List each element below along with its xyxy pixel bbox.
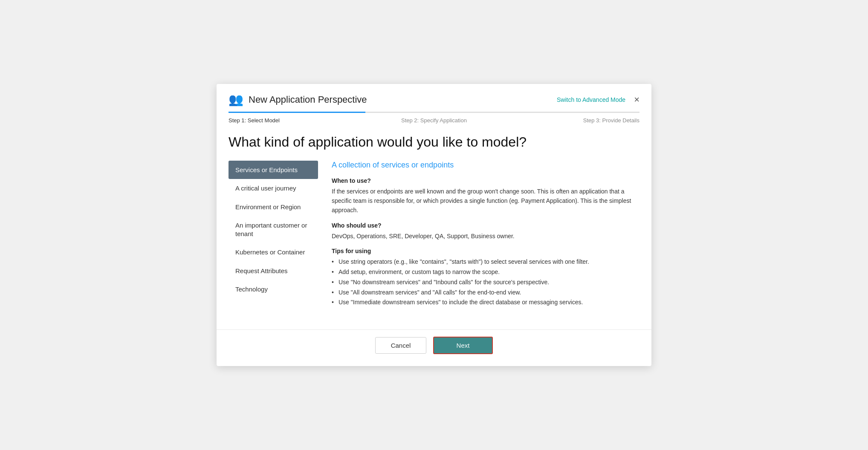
tip-item: Use "Immediate downstream services" to i…: [332, 297, 639, 308]
cancel-button[interactable]: Cancel: [375, 337, 426, 354]
progress-line: [229, 112, 639, 113]
sidebar-item-journey[interactable]: A critical user journey: [229, 179, 318, 198]
when-to-use-label: When to use?: [332, 177, 639, 184]
dialog-footer: Cancel Next: [217, 329, 651, 366]
tip-item: Use string operators (e.g., like "contai…: [332, 257, 639, 267]
when-to-use-text: If the services or endpoints are well kn…: [332, 187, 639, 215]
sidebar-item-kubernetes[interactable]: Kubernetes or Container: [229, 243, 318, 262]
dialog-header: 👥 New Application Perspective Switch to …: [217, 84, 651, 107]
progress-fill: [229, 112, 365, 113]
step3-label: Step 3: Provide Details: [503, 117, 639, 124]
detail-panel: A collection of services or endpoints Wh…: [318, 161, 639, 323]
tip-item: Use "All downstream services" and "All c…: [332, 288, 639, 298]
steps-labels: Step 1: Select Model Step 2: Specify App…: [229, 113, 639, 124]
dialog-title-area: 👥 New Application Perspective: [229, 92, 367, 107]
who-should-use-section: Who should use? DevOps, Operations, SRE,…: [332, 222, 639, 241]
sidebar-item-technology[interactable]: Technology: [229, 280, 318, 299]
switch-advanced-mode-button[interactable]: Switch to Advanced Mode: [557, 96, 625, 103]
sidebar-item-request[interactable]: Request Attributes: [229, 262, 318, 280]
sidebar-item-customer[interactable]: An important customer or tenant: [229, 216, 318, 243]
sidebar-list: Services or Endpoints A critical user jo…: [229, 161, 318, 323]
steps-bar: Step 1: Select Model Step 2: Specify App…: [217, 112, 651, 124]
sidebar-item-environment[interactable]: Environment or Region: [229, 198, 318, 216]
header-actions: Switch to Advanced Mode ×: [557, 95, 639, 104]
content-area: Services or Endpoints A critical user jo…: [229, 161, 639, 323]
dialog-title: New Application Perspective: [249, 94, 367, 105]
who-should-use-text: DevOps, Operations, SRE, Developer, QA, …: [332, 231, 639, 241]
detail-heading: A collection of services or endpoints: [332, 161, 639, 170]
when-to-use-section: When to use? If the services or endpoint…: [332, 177, 639, 215]
main-question: What kind of application would you like …: [229, 134, 639, 150]
who-should-use-label: Who should use?: [332, 222, 639, 229]
step1-label: Step 1: Select Model: [229, 117, 365, 124]
app-perspective-icon: 👥: [229, 92, 243, 107]
dialog-body: What kind of application would you like …: [217, 124, 651, 329]
tips-label: Tips for using: [332, 248, 639, 254]
step2-label: Step 2: Specify Application: [365, 117, 502, 124]
tips-list: Use string operators (e.g., like "contai…: [332, 257, 639, 308]
tips-section: Tips for using Use string operators (e.g…: [332, 248, 639, 308]
tip-item: Add setup, environment, or custom tags t…: [332, 267, 639, 277]
sidebar-item-services[interactable]: Services or Endpoints: [229, 161, 318, 179]
close-button[interactable]: ×: [634, 95, 639, 104]
new-application-perspective-dialog: 👥 New Application Perspective Switch to …: [217, 84, 651, 366]
next-button[interactable]: Next: [433, 337, 493, 354]
tip-item: Use "No downstream services" and "Inboun…: [332, 277, 639, 288]
